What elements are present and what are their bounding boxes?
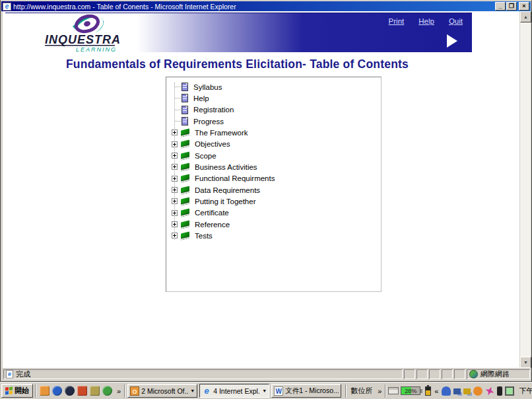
network-icon[interactable] <box>453 388 461 394</box>
expand-plus-icon[interactable] <box>172 221 178 227</box>
title-bar: e http://www.inquestra.com - Table of Co… <box>1 1 531 11</box>
tray-collapse-icon[interactable]: « <box>433 387 440 395</box>
book-icon <box>181 232 189 240</box>
expand-plus-icon[interactable] <box>172 164 178 170</box>
toc-item-label[interactable]: Objectives <box>195 140 230 148</box>
messenger-icon[interactable] <box>442 386 451 396</box>
toc-item-putting-it-together[interactable]: Putting it Together <box>166 196 381 207</box>
expand-plus-icon[interactable] <box>172 210 178 216</box>
scroll-down-icon[interactable]: ▼ <box>520 357 531 368</box>
toc-item-scope[interactable]: Scope <box>166 150 381 161</box>
toc-item-label[interactable]: Tests <box>195 232 213 240</box>
toc-item-label[interactable]: The Framework <box>195 129 248 137</box>
toc-item-data-requirements[interactable]: Data Requirements <box>166 184 381 196</box>
window-title: http://www.inquestra.com - Table of Cone… <box>13 3 495 11</box>
browser-window: e http://www.inquestra.com - Table of Co… <box>0 0 532 382</box>
document-icon <box>182 117 188 126</box>
page-title: Fundamentals of Requirements Elicitation… <box>3 57 472 71</box>
show-desktop-icon[interactable] <box>90 386 100 396</box>
toc-item-certificate[interactable]: Certificate <box>166 207 381 219</box>
launch-outlook-icon[interactable] <box>40 386 50 396</box>
battery-icon[interactable] <box>425 386 431 396</box>
launch-mail-icon[interactable] <box>77 386 87 396</box>
status-bar: e 完成 網際網路 <box>3 367 531 380</box>
tree-connector-line <box>175 110 181 110</box>
minimize-button[interactable]: _ <box>495 2 506 11</box>
start-button[interactable]: 開始 <box>1 384 33 398</box>
tree-connector-line <box>175 87 181 87</box>
task-dropdown-icon[interactable]: ▼ <box>262 388 267 393</box>
expand-plus-icon[interactable] <box>172 153 178 159</box>
expand-plus-icon[interactable] <box>172 176 178 182</box>
internet-globe-icon <box>469 370 478 379</box>
toc-item-label[interactable]: Reference <box>195 221 230 229</box>
device-icon[interactable] <box>497 386 502 396</box>
header-link-help[interactable]: Help <box>418 17 434 25</box>
launch-app-icon[interactable] <box>102 386 112 396</box>
status-pane-empty <box>404 369 415 379</box>
quick-launch-overflow-icon[interactable]: » <box>116 387 122 395</box>
status-pane-empty <box>429 369 440 379</box>
expand-plus-icon[interactable] <box>172 233 178 238</box>
vertical-scrollbar[interactable]: ▲ ▼ <box>519 11 531 368</box>
status-pane-empty <box>454 369 465 379</box>
book-icon <box>181 140 189 148</box>
toc-item-the-framework[interactable]: The Framework <box>166 127 381 138</box>
expand-plus-icon[interactable] <box>172 141 178 147</box>
system-tray <box>442 386 514 396</box>
toc-item-progress[interactable]: Progress <box>166 116 381 127</box>
task-button-文件1-microso[interactable]: W文件1 - Microso... <box>271 384 341 398</box>
toc-item-label[interactable]: Putting it Together <box>195 198 256 205</box>
launch-media-icon[interactable] <box>65 386 75 396</box>
toc-item-help[interactable]: Help <box>166 92 381 104</box>
task-button-label: 2 Microsoft Of... <box>141 387 188 395</box>
outlook-icon: O <box>130 386 139 396</box>
task-button-4-internet-expl[interactable]: e4 Internet Expl...▼ <box>199 384 269 398</box>
toc-item-label[interactable]: Progress <box>193 118 224 126</box>
header-link-print[interactable]: Print <box>389 17 405 25</box>
ime-star-icon[interactable] <box>484 385 496 397</box>
toc-item-functional-requirments[interactable]: Functional Requirments <box>166 173 381 184</box>
tree-connector-line <box>175 121 181 122</box>
toc-item-business-activities[interactable]: Business Activities <box>166 161 381 172</box>
keyboard-icon[interactable] <box>388 387 399 394</box>
toc-item-label[interactable]: Registration <box>193 106 234 114</box>
book-icon <box>181 163 189 171</box>
ie-page-icon: e <box>3 3 11 11</box>
status-text: 完成 <box>16 369 30 379</box>
web-page: INQUESTRA LEARNING PrintHelpQuit Fundame… <box>3 11 519 368</box>
expand-plus-icon[interactable] <box>172 198 178 204</box>
toc-item-label[interactable]: Certificate <box>195 209 229 217</box>
mail-notify-icon[interactable] <box>473 386 482 396</box>
expand-plus-icon[interactable] <box>172 187 178 193</box>
header-links: PrintHelpQuit <box>389 17 463 25</box>
toc-item-registration[interactable]: Registration <box>166 104 381 116</box>
toc-item-reference[interactable]: Reference <box>166 219 381 230</box>
task-dropdown-icon[interactable]: ▼ <box>190 388 195 393</box>
expand-plus-icon[interactable] <box>172 129 178 135</box>
restore-button[interactable]: ❐ <box>506 2 517 11</box>
toc-item-tests[interactable]: Tests <box>166 230 381 241</box>
document-icon <box>182 94 188 102</box>
toc-item-label[interactable]: Business Activities <box>195 163 257 171</box>
toc-item-label[interactable]: Data Requirements <box>195 186 260 194</box>
scroll-up-icon[interactable]: ▲ <box>520 11 531 22</box>
toc-item-label[interactable]: Scope <box>195 152 216 160</box>
header-link-quit[interactable]: Quit <box>449 17 463 25</box>
next-arrow-icon[interactable] <box>447 34 457 48</box>
taskbar-clock[interactable]: 下午 10:26 <box>516 386 532 396</box>
battery-gauge[interactable]: 28% <box>401 386 420 395</box>
launch-browser-icon[interactable] <box>52 386 62 396</box>
network-alert-icon[interactable] <box>463 388 471 394</box>
toc-item-label[interactable]: Functional Requirments <box>195 174 275 182</box>
browser-content: INQUESTRA LEARNING PrintHelpQuit Fundame… <box>3 11 531 368</box>
toc-item-syllabus[interactable]: Syllabus <box>166 81 381 92</box>
ime-indicator[interactable]: 數位所 <box>349 386 374 396</box>
toc-item-label[interactable]: Help <box>193 94 209 102</box>
close-button[interactable]: × <box>519 2 529 11</box>
task-button-2-microsoft-of[interactable]: O2 Microsoft Of...▼ <box>127 384 197 398</box>
ime-overflow-icon[interactable]: » <box>376 387 383 395</box>
toc-item-label[interactable]: Syllabus <box>193 83 222 91</box>
toc-item-objectives[interactable]: Objectives <box>166 139 381 150</box>
display-icon[interactable] <box>505 386 514 396</box>
